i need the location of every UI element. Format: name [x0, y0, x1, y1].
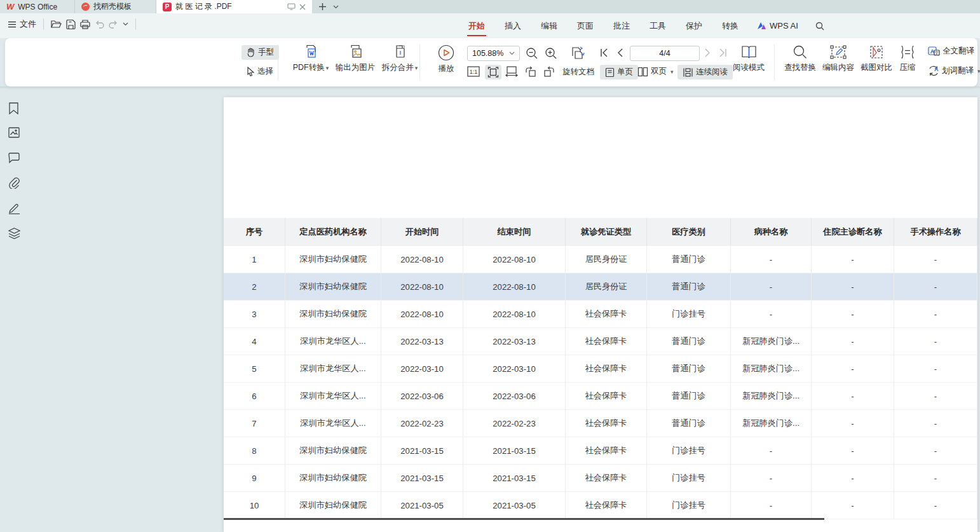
table-cell: - [894, 328, 977, 355]
select-tool-button[interactable]: 选择 [242, 64, 278, 79]
compress-button[interactable]: 压缩 [894, 44, 922, 73]
toolbar-shadow [0, 86, 980, 89]
menu-items: 开始 插入 编辑 页面 批注 工具 保护 转换 WPS AI [467, 13, 824, 38]
actual-size-button[interactable]: 1:1 [467, 66, 480, 77]
table-cell: - [812, 355, 894, 383]
pdf-convert-button[interactable]: PDF转换▾ [288, 44, 334, 73]
next-page-button[interactable] [704, 48, 711, 58]
tab-pdf-document[interactable]: P 就 医 记 录 .PDF [156, 0, 312, 13]
menu-annotate[interactable]: 批注 [612, 15, 631, 38]
table-cell: 普通门诊 [647, 246, 731, 273]
tab-list-chevron-icon[interactable] [333, 5, 339, 9]
full-text-translate-button[interactable]: A文 全文翻译 [928, 46, 974, 57]
table-cell: 2022-03-06 [381, 383, 463, 410]
menu-tools[interactable]: 工具 [648, 15, 667, 38]
new-tab-button[interactable] [318, 3, 327, 11]
tab-label: WPS Office [18, 3, 57, 11]
signature-icon[interactable] [8, 202, 20, 214]
continuous-reading-button[interactable]: 连续阅读 [677, 65, 733, 79]
screenshot-compare-icon [868, 44, 885, 60]
column-header: 医疗类别 [647, 218, 731, 246]
menu-page[interactable]: 页面 [576, 15, 595, 38]
rotate-left-icon[interactable] [524, 66, 536, 77]
table-cell: 2021-03-15 [381, 437, 463, 465]
column-header: 开始时间 [381, 218, 463, 246]
table-cell: 门诊挂号 [647, 437, 731, 465]
zoom-level-select[interactable]: 105.88% [467, 46, 520, 61]
last-page-button[interactable] [718, 48, 727, 58]
menu-home[interactable]: 开始 [467, 15, 486, 38]
redo-icon[interactable] [109, 20, 118, 29]
quick-access-chevron-icon[interactable] [123, 22, 128, 26]
rotate-document-button[interactable]: 旋转文档 [562, 67, 594, 78]
print-icon[interactable] [80, 20, 90, 29]
table-cell: 2022-03-10 [381, 355, 463, 383]
save-icon[interactable] [66, 20, 76, 29]
table-cell: 深圳市妇幼保健院 [285, 465, 381, 492]
read-mode-button[interactable]: 阅读模式 [728, 44, 769, 73]
menu-search-icon[interactable] [815, 22, 824, 31]
table-cell: 深圳市龙华区人... [285, 355, 381, 383]
zoom-in-button[interactable] [545, 47, 557, 60]
document-sidebar [0, 87, 28, 532]
menu-wps-ai[interactable]: WPS AI [757, 21, 798, 31]
split-merge-button[interactable]: 拆分合并▾ [377, 44, 423, 73]
table-cell: 新冠肺炎门诊... [731, 355, 812, 383]
table-row: 2深圳市妇幼保健院2022-08-102022-08-10居民身份证普通门诊--… [224, 273, 977, 301]
close-tab-icon[interactable] [299, 4, 306, 10]
open-file-icon[interactable] [51, 20, 62, 29]
attachment-icon[interactable] [8, 177, 20, 189]
find-replace-button[interactable]: 查找替换 [782, 44, 819, 73]
fit-width-button[interactable] [505, 66, 518, 77]
fit-pages-icon[interactable] [570, 45, 587, 62]
table-cell: - [812, 273, 894, 301]
table-cell: - [894, 383, 977, 410]
table-cell: - [812, 492, 894, 519]
hand-tool-button[interactable]: 手型 [242, 45, 279, 60]
file-menu-button[interactable]: 文件 [8, 18, 36, 30]
single-page-label: 单页 [617, 67, 633, 78]
column-header: 就诊凭证类型 [566, 218, 647, 246]
first-page-button[interactable] [600, 48, 609, 58]
zoom-out-button[interactable] [526, 47, 538, 60]
menu-protect[interactable]: 保护 [684, 15, 704, 38]
bookmark-icon[interactable] [8, 102, 19, 114]
svg-text:x: x [930, 71, 933, 76]
layers-icon[interactable] [8, 228, 20, 239]
menu-convert[interactable]: 转换 [721, 15, 740, 38]
double-page-icon [637, 67, 648, 77]
tab-wps-office[interactable]: W WPS Office [0, 0, 75, 13]
export-image-button[interactable]: 输出为图片 [332, 44, 378, 73]
page-indicator-input[interactable]: 4/4 [630, 46, 700, 61]
thumbnail-icon[interactable] [8, 127, 20, 138]
screenshot-compare-label: 截图对比 [861, 62, 892, 73]
fit-page-button[interactable] [485, 65, 501, 79]
table-cell: 普通门诊 [647, 383, 731, 410]
word-translate-button[interactable]: xA 划词翻译 ▾ [928, 65, 980, 76]
tab-docer-templates[interactable]: 找稻壳模板 [75, 0, 156, 13]
screenshot-compare-button[interactable]: 截图对比 [858, 44, 895, 73]
table-cell: - [812, 410, 894, 437]
table-cell: 2021-03-15 [463, 437, 566, 465]
edit-content-button[interactable]: 编辑内容 [820, 44, 857, 73]
play-button[interactable]: 播放 [430, 44, 463, 74]
menu-edit[interactable]: 编辑 [540, 15, 559, 38]
table-cell: 居民身份证 [566, 246, 647, 273]
double-page-button[interactable]: 双页 ▾ [637, 66, 674, 77]
pdf-convert-label: PDF转换 [293, 63, 325, 72]
rotate-right-icon[interactable] [543, 66, 555, 77]
table-row: 9深圳市妇幼保健院2021-03-152021-03-15社会保障卡门诊挂号--… [224, 465, 977, 492]
table-cell: 社会保障卡 [566, 328, 647, 355]
comment-icon[interactable] [8, 153, 20, 163]
undo-icon[interactable] [95, 20, 104, 29]
menu-insert[interactable]: 插入 [503, 15, 522, 38]
table-bottom-scrollbar[interactable] [224, 518, 824, 520]
previous-page-button[interactable] [617, 48, 623, 58]
monitor-icon[interactable] [287, 3, 296, 10]
pdf-page: 序号定点医药机构名称开始时间结束时间就诊凭证类型医疗类别病种名称住院主诊断名称手… [224, 97, 977, 532]
table-cell: 3 [224, 301, 285, 328]
table-cell: - [894, 301, 977, 328]
single-page-button[interactable]: 单页 [600, 65, 638, 79]
split-merge-icon [393, 44, 407, 60]
table-cell: 2022-08-10 [381, 273, 463, 301]
